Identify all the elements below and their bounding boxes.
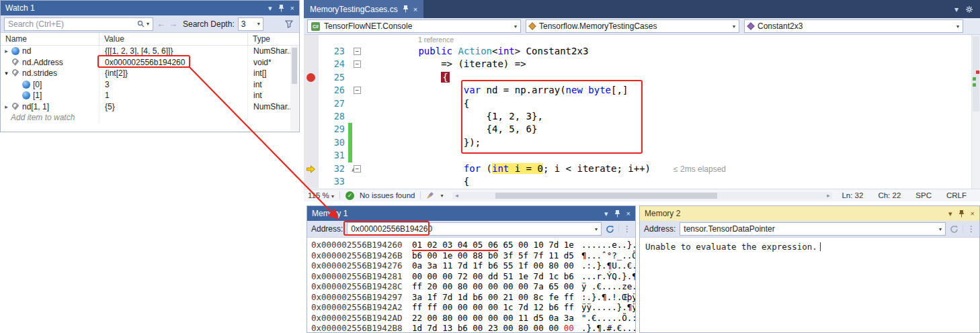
tab-close-icon[interactable]: × bbox=[413, 5, 417, 13]
breakpoint-margin[interactable] bbox=[304, 97, 319, 110]
status-spaces[interactable]: SPC bbox=[915, 191, 932, 199]
memory1-address-input[interactable]: 0x000002556B194260 ▾ bbox=[347, 222, 602, 236]
code-line[interactable]: 26 var nd = np.array(new byte[,] bbox=[304, 84, 980, 97]
watch-row[interactable]: nd.Address0x000002556b194260void* bbox=[1, 57, 299, 68]
watch-column-header[interactable]: Name bbox=[1, 33, 99, 45]
watch-titlebar[interactable]: Watch 1 ▾ × bbox=[1, 1, 299, 15]
watch-scrollbar[interactable] bbox=[290, 46, 298, 131]
breakpoint-margin[interactable] bbox=[304, 71, 319, 84]
watch-row[interactable]: nd.strides{int[2]}int[] bbox=[1, 68, 299, 79]
tab-memorytestingcases[interactable]: MemoryTestingCases.cs × bbox=[304, 0, 423, 18]
breakpoint-margin[interactable] bbox=[304, 110, 319, 123]
editor-vertical-scrollbar[interactable] bbox=[971, 35, 980, 189]
memory2-message-area[interactable]: Unable to evaluate the expression. bbox=[640, 238, 979, 256]
code-cleanup-icon[interactable] bbox=[426, 191, 435, 199]
watch-column-header[interactable]: Type bbox=[248, 33, 299, 45]
code-line[interactable]: 31 bbox=[304, 149, 980, 162]
expander-icon[interactable] bbox=[2, 70, 11, 77]
fold-margin[interactable] bbox=[352, 162, 364, 175]
watch-row[interactable]: Add item to watch bbox=[1, 112, 299, 124]
window-menu-chevron-icon[interactable]: ▾ bbox=[604, 210, 608, 218]
search-options-chevron-icon[interactable]: ▾ bbox=[147, 21, 149, 27]
code-line[interactable]: 32 for (int i = 0; i < iterate; i++)≤ 2m… bbox=[304, 162, 980, 175]
scroll-left-icon[interactable]: ◂ bbox=[452, 192, 460, 199]
settings-gear-icon[interactable] bbox=[965, 5, 973, 13]
toolbar-overflow-icon[interactable]: ⋮ bbox=[967, 224, 975, 234]
watch-row[interactable]: [0]3int bbox=[1, 79, 299, 91]
memory1-rows[interactable]: 0x000002556B19426001 02 03 04 05 06 65 0… bbox=[307, 238, 635, 333]
close-icon[interactable]: × bbox=[971, 210, 975, 218]
pin-icon[interactable] bbox=[958, 210, 965, 218]
code-line[interactable]: 25 { bbox=[304, 71, 980, 84]
window-menu-chevron-icon[interactable]: ▾ bbox=[268, 5, 272, 12]
scrollbar-thumb[interactable] bbox=[292, 48, 297, 84]
status-eol[interactable]: CRLF bbox=[946, 191, 967, 199]
issues-status[interactable]: No issues found bbox=[360, 191, 415, 199]
code-line[interactable]: 23 public Action<int> Constant2x3 bbox=[304, 45, 980, 58]
search-prev-icon[interactable]: ← bbox=[157, 19, 165, 29]
codelens-references[interactable]: 1 reference bbox=[364, 35, 980, 45]
code-line[interactable]: 30 }); bbox=[304, 136, 980, 149]
zoom-select[interactable]: 115 % ▾ bbox=[308, 191, 334, 199]
fold-margin[interactable] bbox=[352, 45, 364, 58]
search-depth-select[interactable]: 3 ▾ bbox=[238, 17, 263, 31]
collapse-region-icon[interactable] bbox=[354, 48, 361, 55]
expander-icon[interactable] bbox=[2, 48, 11, 54]
collapse-region-icon[interactable] bbox=[354, 60, 361, 68]
horizontal-scrollbar[interactable]: ◂ ▸ bbox=[452, 192, 832, 199]
code-line[interactable]: 27 { bbox=[304, 97, 980, 110]
collapse-region-icon[interactable] bbox=[354, 87, 361, 94]
memory2-titlebar[interactable]: Memory 2 ▾ × bbox=[640, 206, 979, 221]
window-menu-chevron-icon[interactable]: ▾ bbox=[948, 210, 952, 218]
watch-row[interactable]: nd[1, 1]{5}NumShar... bbox=[1, 101, 299, 113]
fold-margin[interactable] bbox=[352, 58, 364, 70]
breakpoint-margin[interactable] bbox=[304, 162, 319, 175]
search-icon[interactable] bbox=[137, 20, 145, 28]
scrollbar-thumb[interactable] bbox=[495, 193, 717, 199]
pin-icon[interactable] bbox=[614, 210, 620, 218]
member-dropdown[interactable]: Constant2x3 ▾ bbox=[744, 19, 963, 33]
pin-icon[interactable] bbox=[278, 5, 284, 12]
refresh-icon[interactable] bbox=[606, 225, 614, 234]
collapse-region-icon[interactable] bbox=[354, 165, 361, 173]
breakpoint-margin[interactable] bbox=[304, 136, 319, 149]
filter-icon[interactable] bbox=[285, 20, 293, 28]
breakpoint-margin[interactable] bbox=[304, 45, 319, 58]
code-line[interactable]: 24 => (iterate) => bbox=[304, 58, 980, 70]
fold-margin[interactable] bbox=[352, 71, 364, 84]
expander-icon[interactable] bbox=[2, 103, 11, 110]
breakpoint-icon[interactable] bbox=[307, 73, 315, 82]
close-icon[interactable]: × bbox=[290, 5, 294, 12]
breakpoint-margin[interactable] bbox=[304, 84, 319, 97]
memory2-address-input[interactable]: tensor.TensorDataPointer ▾ bbox=[680, 222, 946, 236]
code-editor[interactable]: 1 reference23 public Action<int> Constan… bbox=[304, 35, 980, 189]
code-line[interactable]: 29 {4, 5, 6} bbox=[304, 123, 980, 136]
memory1-titlebar[interactable]: Memory 1 ▾ × bbox=[307, 206, 635, 221]
toolbar-overflow-icon[interactable]: ⋮ bbox=[623, 224, 631, 234]
breakpoint-margin[interactable] bbox=[304, 123, 319, 136]
fold-margin[interactable] bbox=[352, 123, 364, 136]
fold-margin[interactable] bbox=[352, 175, 364, 188]
search-next-icon[interactable]: → bbox=[169, 19, 177, 29]
search-input[interactable]: Search (Ctrl+E) ▾ bbox=[4, 17, 153, 31]
code-line[interactable]: 33 { bbox=[304, 175, 980, 188]
refresh-icon[interactable] bbox=[950, 225, 958, 234]
project-dropdown[interactable]: C# TensorFlowNET.Console ▾ bbox=[307, 19, 521, 33]
close-icon[interactable]: × bbox=[626, 210, 630, 218]
code-line[interactable]: 28 {1, 2, 3}, bbox=[304, 110, 980, 123]
breakpoint-margin[interactable] bbox=[304, 175, 319, 188]
tab-list-chevron-icon[interactable]: ▾ bbox=[954, 5, 958, 14]
scroll-right-icon[interactable]: ▸ bbox=[824, 192, 832, 199]
chevron-down-icon[interactable]: ▾ bbox=[440, 193, 443, 199]
fold-margin[interactable] bbox=[352, 84, 364, 97]
watch-row[interactable]: [1]1int bbox=[1, 90, 299, 101]
fold-margin[interactable] bbox=[352, 97, 364, 110]
tab-pin-icon[interactable] bbox=[403, 5, 409, 13]
breakpoint-margin[interactable] bbox=[304, 58, 319, 70]
type-dropdown[interactable]: Tensorflow.MemoryTestingCases ▾ bbox=[526, 19, 739, 33]
fold-margin[interactable] bbox=[352, 110, 364, 123]
scrollbar-thumb[interactable] bbox=[973, 36, 979, 111]
watch-column-header[interactable]: Value bbox=[99, 33, 248, 45]
breakpoint-margin[interactable] bbox=[304, 149, 319, 162]
fold-margin[interactable] bbox=[352, 149, 364, 162]
